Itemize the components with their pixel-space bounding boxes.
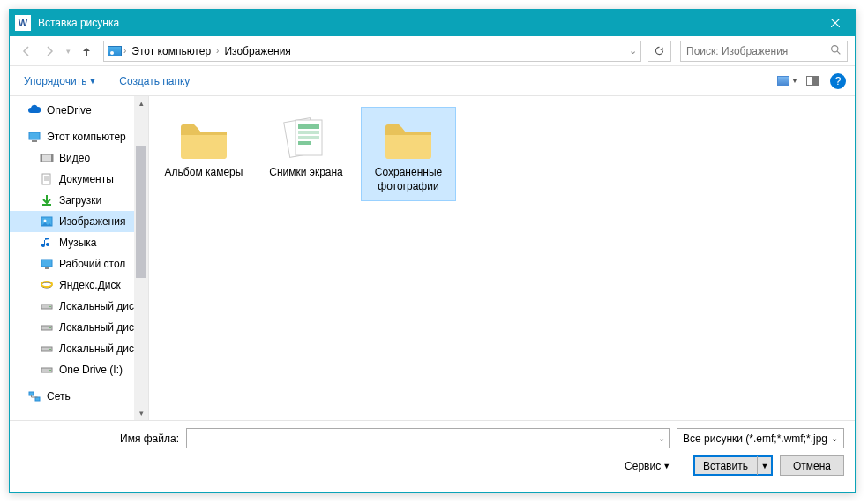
tree-item-drive[interactable]: Локальный диск <box>10 338 148 359</box>
tree-item-img[interactable]: Изображения <box>10 211 148 232</box>
tree-item-net[interactable]: Сеть <box>10 386 148 407</box>
dialog-body: OneDriveЭтот компьютерВидеоДокументыЗагр… <box>10 96 855 420</box>
tree-item-ydisk[interactable]: Яндекс.Диск <box>10 275 148 296</box>
breadcrumb-root[interactable]: Этот компьютер <box>128 43 214 59</box>
tree-scrollbar[interactable]: ▴▾ <box>134 96 148 420</box>
svg-point-19 <box>49 349 51 350</box>
tree-item-down[interactable]: Загрузки <box>10 190 148 211</box>
svg-rect-23 <box>35 397 40 401</box>
cancel-button[interactable]: Отмена <box>780 455 844 476</box>
scroll-down-icon[interactable]: ▾ <box>134 406 148 420</box>
tree-item-cloud[interactable]: OneDrive <box>10 100 148 121</box>
new-folder-button[interactable]: Создать папку <box>114 71 195 91</box>
tree-item-label: OneDrive <box>47 104 92 117</box>
chevron-down-icon: ▼ <box>88 77 96 86</box>
toolbar: Упорядочить ▼ Создать папку ▼ ? <box>10 66 855 96</box>
tree-item-label: One Drive (I:) <box>59 364 123 376</box>
drive-icon <box>40 320 54 335</box>
help-button[interactable]: ? <box>830 73 846 89</box>
folder-icon <box>176 115 232 161</box>
tree-item-label: Яндекс.Диск <box>59 279 121 291</box>
insert-dropdown-arrow[interactable]: ▼ <box>758 462 772 470</box>
folder-item[interactable]: Альбом камеры <box>156 107 251 188</box>
tree-item-label: Сеть <box>47 390 71 402</box>
navigation-bar: ▾ › Этот компьютер › Изображения ⌄ <box>10 36 855 66</box>
file-list[interactable]: Альбом камерыСнимки экранаСохраненные фо… <box>149 96 855 420</box>
chevron-down-icon[interactable]: ⌄ <box>629 45 637 56</box>
img-icon <box>40 214 54 229</box>
svg-rect-4 <box>41 154 42 162</box>
chevron-down-icon: ⌄ <box>831 433 838 443</box>
tree-item-music[interactable]: Музыка <box>10 232 148 253</box>
tree-item-desk[interactable]: Рабочий стол <box>10 253 148 275</box>
desk-icon <box>40 257 54 271</box>
folder-label: Сохраненные фотографии <box>365 166 452 193</box>
view-mode-button[interactable]: ▼ <box>775 71 800 91</box>
svg-rect-27 <box>298 131 319 134</box>
chevron-right-icon: › <box>123 46 126 56</box>
svg-rect-6 <box>42 174 50 184</box>
tree-item-pc[interactable]: Этот компьютер <box>10 126 148 147</box>
scroll-up-icon[interactable]: ▴ <box>134 96 148 110</box>
address-bar[interactable]: › Этот компьютер › Изображения ⌄ <box>103 41 641 62</box>
close-button[interactable] <box>815 10 855 36</box>
cancel-label: Отмена <box>793 460 831 472</box>
tree-item-drive[interactable]: Локальный диск <box>10 296 148 317</box>
folder-item[interactable]: Сохраненные фотографии <box>361 107 456 201</box>
svg-rect-10 <box>41 260 52 267</box>
breadcrumb-current[interactable]: Изображения <box>221 43 294 59</box>
svg-rect-5 <box>51 154 53 162</box>
insert-button[interactable]: Вставить ▼ <box>693 455 773 476</box>
titlebar: W Вставка рисунка <box>10 10 855 36</box>
doc-icon <box>40 172 54 186</box>
back-button[interactable] <box>17 41 36 61</box>
drive-icon <box>40 363 54 377</box>
tree-item-drive[interactable]: One Drive (I:) <box>10 359 148 380</box>
down-icon <box>40 193 54 207</box>
svg-point-15 <box>49 306 51 308</box>
close-icon <box>831 19 840 27</box>
search-input[interactable] <box>686 45 830 57</box>
file-dialog-window: W Вставка рисунка ▾ › Этот компьютер › И… <box>9 9 856 493</box>
chevron-down-icon[interactable]: ⌄ <box>658 433 665 443</box>
svg-rect-28 <box>298 136 319 139</box>
tree-item-label: Музыка <box>59 237 96 249</box>
tree-item-label: Документы <box>59 173 114 185</box>
filename-input[interactable] <box>191 433 658 445</box>
insert-label: Вставить <box>694 456 758 475</box>
recent-dropdown[interactable]: ▾ <box>63 41 73 61</box>
folder-label: Альбом камеры <box>165 166 243 180</box>
refresh-button[interactable] <box>648 41 671 62</box>
search-box[interactable] <box>680 41 848 62</box>
scroll-track[interactable] <box>134 110 148 406</box>
svg-rect-26 <box>298 124 319 129</box>
drive-icon <box>40 342 54 356</box>
help-icon: ? <box>835 75 842 87</box>
preview-pane-button[interactable] <box>800 71 825 91</box>
tree-item-label: Изображения <box>59 215 125 228</box>
tools-menu[interactable]: Сервис ▼ <box>619 456 676 476</box>
tree-item-drive[interactable]: Локальный диск <box>10 317 148 338</box>
svg-point-21 <box>49 370 51 372</box>
folder-item[interactable]: Снимки экрана <box>258 107 354 188</box>
chevron-down-icon: ▼ <box>791 77 798 85</box>
filename-label: Имя файла: <box>20 433 179 445</box>
filename-combo[interactable]: ⌄ <box>186 428 670 448</box>
scroll-thumb[interactable] <box>136 146 146 278</box>
tree-item-label: Рабочий стол <box>59 258 125 270</box>
filetype-label: Все рисунки (*.emf;*.wmf;*.jpg <box>683 433 827 445</box>
filetype-dropdown[interactable]: Все рисунки (*.emf;*.wmf;*.jpg ⌄ <box>677 428 844 448</box>
up-button[interactable] <box>77 41 96 61</box>
arrow-left-icon <box>20 45 33 57</box>
tree-item-doc[interactable]: Документы <box>10 169 148 190</box>
thumbnails-icon <box>777 76 789 86</box>
pc-icon <box>27 130 41 144</box>
forward-button[interactable] <box>40 41 59 61</box>
new-folder-label: Создать папку <box>119 75 190 87</box>
preview-pane-icon <box>806 76 819 86</box>
tree-item-video[interactable]: Видео <box>10 147 148 169</box>
organize-menu[interactable]: Упорядочить ▼ <box>19 71 101 91</box>
arrow-up-icon <box>80 45 93 57</box>
tree-item-label: Локальный диск <box>59 321 138 334</box>
tree-item-label: Локальный диск <box>59 300 138 312</box>
